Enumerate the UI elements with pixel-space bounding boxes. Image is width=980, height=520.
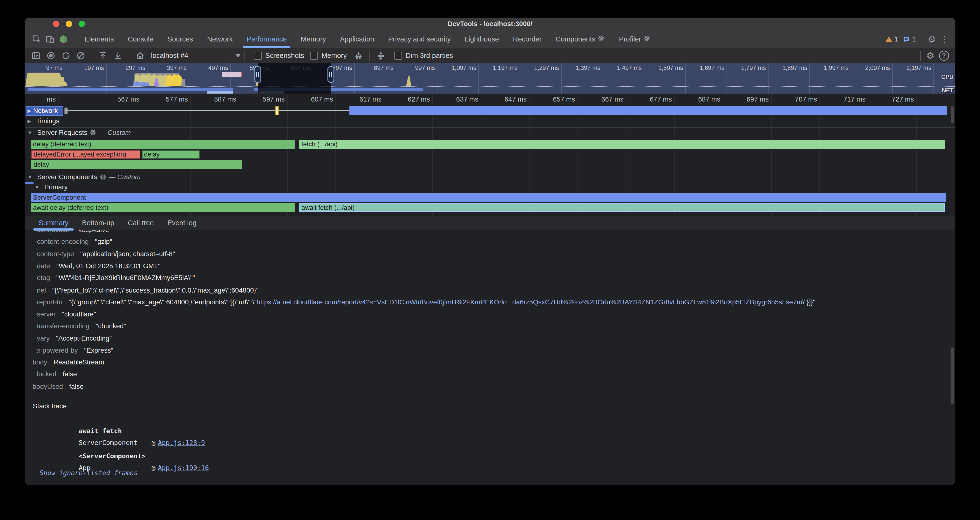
show-ignore-listed-frames-link[interactable]: Show ignore-listed frames [40, 469, 137, 477]
divider [25, 172, 955, 172]
home-icon[interactable] [133, 49, 148, 62]
property-key: body [33, 358, 47, 366]
inspect-element-icon[interactable] [30, 32, 43, 46]
property-value: "chunked" [96, 322, 126, 330]
memory-checkbox[interactable] [310, 52, 318, 60]
record-icon[interactable] [43, 49, 58, 62]
details-tab[interactable]: Call tree [121, 216, 161, 230]
profile-select[interactable]: localhost #4 [148, 52, 241, 60]
ruler-time-label: 567 ms [118, 95, 142, 103]
divider [244, 51, 245, 61]
property-value: false [63, 370, 77, 378]
toggle-sidebar-icon[interactable] [29, 49, 43, 62]
flame-bar[interactable]: delay [31, 160, 242, 169]
warnings-badge[interactable]: 1 [885, 35, 898, 43]
window-title: DevTools - localhost:3000/ [25, 17, 955, 30]
collapse-tracks-icon[interactable] [373, 49, 388, 62]
timeline-overview[interactable]: 97 ms 197 ms 297 ms 397 ms [25, 63, 955, 94]
cpu-net-divider [25, 86, 955, 87]
property-key: date [37, 262, 50, 270]
property-key: content-encoding [37, 238, 89, 245]
save-profile-icon[interactable] [110, 49, 126, 62]
flame-bar[interactable]: delayedError (...ayed exception) [31, 150, 140, 159]
help-icon[interactable]: ? [937, 49, 951, 62]
panel-tab[interactable]: Components [549, 30, 612, 48]
property-row: vary"Accept-Encoding" [25, 334, 955, 342]
network-track-header[interactable]: ▶ Network [25, 106, 63, 116]
net-axis-label: NET [942, 87, 953, 94]
flame-chart[interactable]: ms 567 ms 577 ms 587 ms [25, 94, 955, 216]
selection-window[interactable] [258, 63, 331, 94]
details-scrollbar-thumb[interactable] [951, 347, 954, 404]
primary-group-header[interactable]: ▼ Primary [35, 183, 67, 191]
dim-3rd-parties-checkbox[interactable] [394, 52, 402, 60]
panel-tab[interactable]: Memory [294, 30, 333, 48]
settings-gear-icon[interactable]: ⚙ [926, 34, 938, 45]
collapse-triangle-icon[interactable]: ▼ [35, 184, 40, 190]
expand-triangle-icon[interactable]: ▶ [27, 118, 31, 124]
summary-details-pane: connection"keep-alive" content-encoding"… [25, 230, 955, 485]
screenshots-label[interactable]: Screenshots [265, 52, 304, 60]
overview-time-label: 1,697 ms [700, 64, 727, 72]
issues-badge[interactable]: 1 [903, 35, 916, 43]
expand-triangle-icon[interactable]: ▶ [27, 108, 31, 114]
reload-and-record-icon[interactable] [58, 49, 73, 62]
react-atom-icon [90, 129, 97, 136]
stack-frame-location-link[interactable]: App.js:128:9 [158, 439, 205, 447]
cpu-axis-label: CPU [941, 73, 953, 80]
selection-handle-right[interactable] [328, 66, 334, 83]
memory-label[interactable]: Memory [321, 52, 347, 60]
timings-track-header[interactable]: ▶ Timings [27, 117, 59, 125]
kebab-menu-icon[interactable]: ⋮ [938, 34, 951, 45]
network-request-block[interactable] [275, 106, 279, 115]
server-requests-track-header[interactable]: ▼ Server Requests — Custom [27, 129, 131, 137]
devtools-tabbar: Elements Console Sources [25, 30, 955, 48]
panel-tab[interactable]: Console [121, 30, 161, 48]
collapse-triangle-icon[interactable]: ▼ [27, 130, 32, 135]
overview-time-label: 1,797 ms [741, 64, 768, 72]
panel-tab[interactable]: Lighthouse [458, 30, 506, 48]
load-profile-icon[interactable] [95, 49, 110, 62]
details-tab[interactable]: Summary [32, 216, 75, 230]
property-key: locked [37, 370, 56, 378]
overview-gridline [727, 63, 727, 94]
panel-tab[interactable]: Profiler [612, 30, 658, 48]
ruler-time-label: 697 ms [746, 95, 771, 103]
device-toolbar-icon[interactable] [43, 32, 57, 46]
panel-tab[interactable]: Elements [78, 30, 121, 48]
property-value: "cloudflare" [62, 310, 96, 318]
panel-tab[interactable]: Privacy and security [381, 30, 458, 48]
garbage-collect-icon[interactable] [351, 49, 366, 62]
track-accent-tick [25, 182, 33, 184]
flame-bar[interactable]: delay (deferred text) [31, 140, 295, 149]
screenshots-checkbox[interactable] [254, 52, 262, 60]
flame-bar[interactable]: await delay (deferred text) [31, 203, 295, 212]
overview-gridline [851, 63, 851, 94]
panel-tab[interactable]: Sources [161, 30, 200, 48]
server-components-track-header[interactable]: ▼ Server Components — Custom [27, 173, 141, 181]
panel-tab[interactable]: Recorder [506, 30, 549, 48]
flame-bar[interactable]: delay [142, 150, 199, 159]
flame-scrollbar-thumb[interactable] [951, 106, 954, 124]
panel-tab[interactable]: Application [333, 30, 381, 48]
flame-bar[interactable]: await fetch (.../api) [299, 203, 945, 212]
flame-bar[interactable]: fetch (.../api) [299, 140, 945, 149]
flame-bar[interactable]: ServerComponent [31, 193, 946, 202]
capture-settings-gear-icon[interactable]: ⚙ [924, 51, 937, 61]
selection-handle-left[interactable] [255, 66, 261, 83]
details-tabbar: Summary Bottom-up Call tree Event log [25, 216, 955, 230]
collapse-triangle-icon[interactable]: ▼ [27, 174, 32, 180]
titlebar[interactable]: DevTools - localhost:3000/ [25, 17, 955, 30]
property-link[interactable]: https://a.nel.cloudflare.com/report/v4?s… [256, 298, 802, 306]
dim-3rd-parties-label[interactable]: Dim 3rd parties [406, 52, 453, 60]
ruler-time-label: 597 ms [262, 95, 287, 103]
panel-tab[interactable]: Network [200, 30, 240, 48]
panel-tab[interactable]: Performance [240, 30, 294, 48]
stack-trace-title: Stack trace [33, 402, 67, 410]
details-tab[interactable]: Event log [161, 216, 203, 230]
details-tab[interactable]: Bottom-up [75, 216, 121, 230]
clear-icon[interactable] [73, 49, 88, 62]
nodejs-icon[interactable] [57, 32, 70, 46]
stack-frame-location-link[interactable]: App.js:190:16 [158, 464, 209, 472]
network-request-bar[interactable] [349, 106, 947, 115]
